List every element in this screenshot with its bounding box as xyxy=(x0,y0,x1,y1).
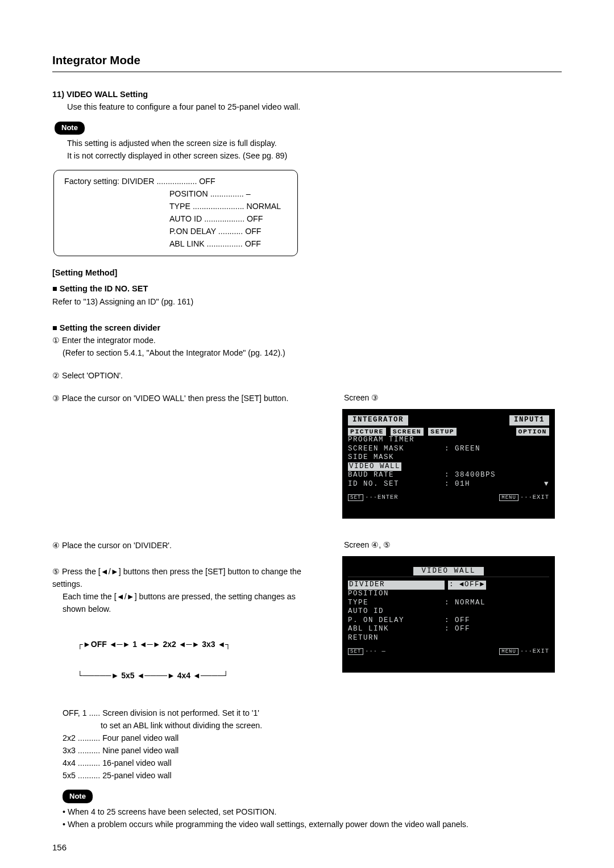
note-badge-2: Note xyxy=(63,790,93,803)
step5b: Each time the [◄/►] buttons are pressed,… xyxy=(52,590,320,615)
osd2-r1: DIVIDER: ◄OFF► xyxy=(348,581,549,590)
step1b: (Refer to section 5.4.1, "About the Inte… xyxy=(52,347,562,359)
osd1-l5: BAUD RATE: 38400BPS xyxy=(348,471,549,480)
note-badge: Note xyxy=(55,122,85,135)
step4: ④ Place the cursor on 'DIVIDER'. xyxy=(52,539,320,552)
page-title: Integrator Mode xyxy=(52,51,562,69)
screen45-label: Screen ④, ⑤ xyxy=(344,539,558,552)
tab-screen: SCREEN xyxy=(391,428,424,436)
note2-b2: • When a problem occurs while programmin… xyxy=(52,818,562,831)
divider-definitions: OFF, 1 ..... Screen division is not perf… xyxy=(52,707,320,782)
osd1-input: INPUT1 xyxy=(509,415,549,425)
section-11-title: 11) VIDEO WALL Setting xyxy=(52,88,562,101)
factory-r5: P.ON DELAY ........... OFF xyxy=(107,227,262,236)
title-rule xyxy=(52,72,562,72)
osd1-tabs: PICTURE SCREEN SETUP OPTION xyxy=(348,428,549,436)
def-2x2: 2x2 .......... Four panel video wall xyxy=(63,732,320,744)
screen3-label: Screen ③ xyxy=(344,392,558,404)
def-off1b: to set an ABL link without dividing the … xyxy=(63,719,320,732)
osd1-l1: PROGRAM TIMER xyxy=(348,436,549,445)
note2-b1: • When 4 to 25 screens have been selecte… xyxy=(52,806,562,818)
def-3x3: 3x3 .......... Nine panel video wall xyxy=(63,744,320,757)
step3: ③ Place the cursor on 'VIDEO WALL' then … xyxy=(52,392,320,404)
divider-cycle-diagram: ┌►OFF ◄─► 1 ◄─► 2x2 ◄─► 3x3 ◄┐ └─────► 5… xyxy=(52,619,320,702)
osd2-footer: SET··· — MENU···EXIT xyxy=(348,648,549,655)
osd-screen45: VIDEO WALL DIVIDER: ◄OFF► POSITION TYPE:… xyxy=(342,556,555,673)
osd1-integrator: INTEGRATOR xyxy=(348,415,408,425)
tab-option: OPTION xyxy=(516,428,549,436)
osd2-title: VIDEO WALL xyxy=(348,567,549,578)
factory-r4: AUTO ID .................. OFF xyxy=(107,214,263,223)
def-4x4: 4x4 .......... 16-panel video wall xyxy=(63,757,320,769)
step5a: ⑤ Press the [◄/►] buttons then press the… xyxy=(52,565,320,590)
osd1-l2: SCREEN MASK: GREEN xyxy=(348,445,549,454)
setting-method-heading: [Setting Method] xyxy=(52,266,562,279)
sub-id-ref: Refer to "13) Assigning an ID" (pg. 161) xyxy=(52,295,562,308)
osd2-r6: ABL LINK: OFF xyxy=(348,625,549,634)
factory-r2: POSITION ............... – xyxy=(107,189,251,198)
osd2-r3: TYPE: NORMAL xyxy=(348,599,549,608)
osd2-r2: POSITION xyxy=(348,590,549,599)
sub-id-heading: ■ Setting the ID NO. SET xyxy=(52,282,562,295)
osd1-l3: SIDE MASK xyxy=(348,453,549,462)
arrows-l1: ┌►OFF ◄─► 1 ◄─► 2x2 ◄─► 3x3 ◄┐ xyxy=(77,639,320,649)
osd2-r4: AUTO ID xyxy=(348,607,549,616)
factory-r3: TYPE ....................... NORMAL xyxy=(107,202,281,211)
tab-picture: PICTURE xyxy=(348,428,386,436)
step2: ② Select 'OPTION'. xyxy=(52,369,562,382)
osd1-l6: ID NO. SET: 01H xyxy=(348,480,549,489)
arrows-l2: └─────► 5x5 ◄────► 4x4 ◄────┘ xyxy=(77,670,320,681)
def-off1: OFF, 1 ..... Screen division is not perf… xyxy=(63,707,320,719)
osd2-r5: P. ON DELAY: OFF xyxy=(348,616,549,625)
note1-line1: This setting is adjusted when the screen… xyxy=(67,137,562,149)
osd1-l4: VIDEO WALL xyxy=(348,462,549,471)
factory-settings-box: Factory setting: DIVIDER ...............… xyxy=(53,170,298,256)
def-5x5: 5x5 .......... 25-panel video wall xyxy=(63,769,320,782)
sub-divider-heading: ■ Setting the screen divider xyxy=(52,322,562,334)
down-arrow-icon xyxy=(542,480,549,489)
tab-setup: SETUP xyxy=(428,428,457,436)
page-number: 156 xyxy=(52,841,562,854)
step1a: ① Enter the integrator mode. xyxy=(52,334,562,347)
section-11-intro: Use this feature to configure a four pan… xyxy=(67,101,562,113)
osd1-footer: SET···ENTER MENU···EXIT xyxy=(348,494,549,501)
note1-line2: It is not correctly displayed in other s… xyxy=(67,149,562,162)
factory-r6: ABL LINK ................ OFF xyxy=(107,239,261,248)
factory-r1: DIVIDER .................. OFF xyxy=(122,177,215,186)
osd2-r7: RETURN xyxy=(348,634,549,643)
factory-lead: Factory setting: xyxy=(64,177,122,186)
osd-screen3: INTEGRATOR INPUT1 PICTURE SCREEN SETUP O… xyxy=(342,409,555,519)
